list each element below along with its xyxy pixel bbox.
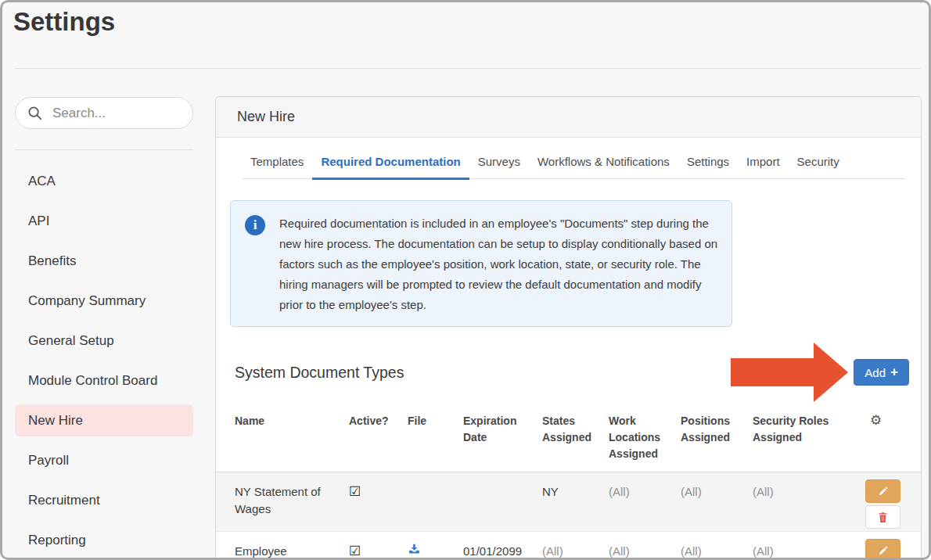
cell-file: [408, 532, 463, 560]
tab-templates[interactable]: Templates: [242, 155, 312, 180]
cell-positions-assigned: (All): [681, 472, 753, 532]
column-header-work-locations-assigned: Work Locations Assigned: [609, 404, 681, 472]
column-header-states-assigned: States Assigned: [542, 404, 609, 472]
cell-states-assigned: (All): [542, 532, 609, 560]
header-divider: [15, 68, 921, 69]
cell-states-assigned: NY: [542, 472, 609, 532]
trash-icon: [877, 512, 889, 523]
system-document-types-table: Name Active? File Expiration Date States…: [216, 404, 921, 560]
new-hire-panel: New Hire Templates Required Documentatio…: [215, 96, 922, 560]
sidebar-item-company-summary[interactable]: Company Summary: [15, 285, 193, 317]
column-header-positions-assigned: Positions Assigned: [681, 404, 753, 472]
sidebar-item-new-hire[interactable]: New Hire: [15, 404, 193, 436]
cell-name: NY Statement of Wages: [216, 472, 349, 532]
gear-icon[interactable]: ⚙: [870, 414, 882, 428]
sidebar-item-reporting[interactable]: Reporting: [15, 524, 193, 556]
cell-positions-assigned: (All): [681, 532, 753, 560]
tab-surveys[interactable]: Surveys: [469, 155, 529, 180]
edit-button[interactable]: [865, 479, 900, 503]
info-note: i Required documentation is included in …: [230, 200, 732, 327]
download-icon[interactable]: [408, 543, 421, 556]
section-title: System Document Types: [235, 364, 731, 382]
checked-checkbox-icon: ☑: [349, 484, 361, 499]
tab-bar: Templates Required Documentation Surveys…: [242, 155, 905, 179]
tab-workflows-notifications[interactable]: Workflows & Notifications: [529, 155, 678, 180]
cell-name: Employee Handbook: [216, 532, 349, 560]
add-button[interactable]: Add +: [854, 359, 909, 386]
panel-title: New Hire: [237, 109, 295, 125]
edit-button[interactable]: [865, 539, 900, 560]
info-icon: i: [245, 215, 265, 235]
sidebar-item-payroll[interactable]: Payroll: [15, 444, 193, 476]
settings-page: Settings ACA API Benefits Company Summar…: [0, 0, 931, 560]
sidebar-item-module-control-board[interactable]: Module Control Board: [15, 364, 193, 397]
column-header-security-roles-assigned: Security Roles Assigned: [753, 404, 856, 472]
pencil-icon: [877, 486, 889, 497]
section-header-row: System Document Types Add +: [235, 343, 909, 402]
tab-settings[interactable]: Settings: [678, 155, 738, 180]
column-header-active: Active?: [349, 404, 408, 472]
sidebar-item-api[interactable]: API: [15, 205, 193, 237]
cell-expiration-date: 01/01/2099: [463, 532, 542, 560]
sidebar-item-general-setup[interactable]: General Setup: [15, 325, 193, 357]
cell-expiration-date: [463, 472, 542, 532]
search-input[interactable]: [51, 105, 171, 122]
attention-arrow: [731, 343, 848, 402]
tab-required-documentation[interactable]: Required Documentation: [312, 155, 469, 180]
table-header-row: Name Active? File Expiration Date States…: [216, 404, 921, 472]
plus-icon: +: [890, 364, 898, 380]
sidebar-divider: [15, 149, 193, 150]
sidebar-item-recruitment[interactable]: Recruitment: [15, 484, 193, 516]
pencil-icon: [877, 545, 889, 557]
tab-security[interactable]: Security: [789, 155, 848, 180]
column-header-file: File: [408, 404, 463, 472]
cell-security-roles-assigned: (All): [753, 532, 856, 560]
tab-import[interactable]: Import: [738, 155, 789, 180]
table-row: NY Statement of Wages ☑ NY (All) (All) (…: [216, 472, 921, 532]
column-header-name: Name: [216, 404, 349, 472]
column-header-expiration-date: Expiration Date: [463, 404, 542, 472]
info-note-text: Required documentation is included in an…: [279, 214, 720, 315]
sidebar-item-benefits[interactable]: Benefits: [15, 245, 193, 277]
cell-file: [408, 472, 463, 532]
delete-button[interactable]: [865, 505, 900, 529]
cell-work-locations-assigned: (All): [609, 532, 681, 560]
cell-work-locations-assigned: (All): [609, 472, 681, 532]
checked-checkbox-icon: ☑: [349, 544, 361, 558]
cell-security-roles-assigned: (All): [753, 472, 856, 532]
table-row: Employee Handbook ☑ 01/01/2099 (All) (Al…: [216, 532, 921, 560]
sidebar: ACA API Benefits Company Summary General…: [15, 165, 193, 560]
page-title: Settings: [13, 7, 115, 37]
add-button-label: Add: [864, 366, 886, 379]
search-icon: [27, 106, 42, 120]
panel-header: New Hire: [216, 97, 921, 138]
search-box: [15, 97, 193, 129]
sidebar-item-aca[interactable]: ACA: [15, 165, 193, 197]
